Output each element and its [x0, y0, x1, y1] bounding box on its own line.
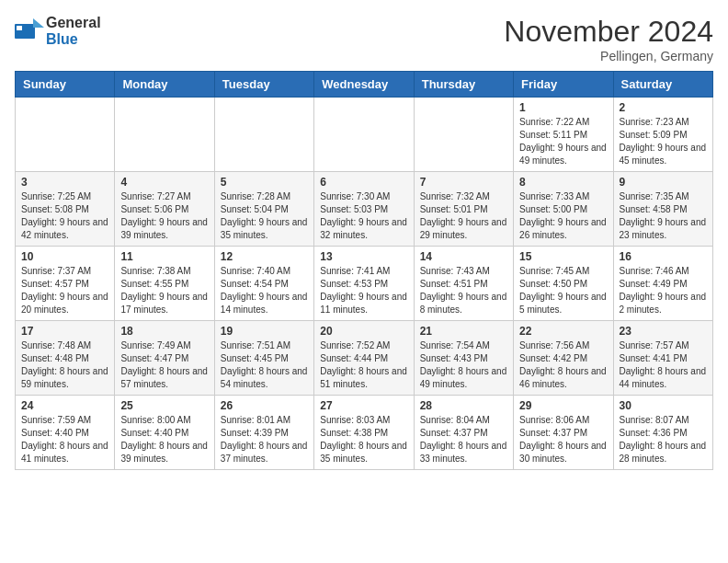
day-cell-13: 13Sunrise: 7:41 AM Sunset: 4:53 PM Dayli… [314, 247, 414, 321]
day-number: 24 [21, 399, 108, 412]
header: General Blue November 2024 Pellingen, Ge… [15, 15, 713, 63]
weekday-header-saturday: Saturday [613, 72, 712, 98]
day-info: Sunrise: 7:30 AM Sunset: 5:03 PM Dayligh… [320, 190, 407, 242]
day-cell-25: 25Sunrise: 8:00 AM Sunset: 4:40 PM Dayli… [115, 396, 214, 470]
week-row-5: 24Sunrise: 7:59 AM Sunset: 4:40 PM Dayli… [16, 396, 713, 470]
day-info: Sunrise: 7:41 AM Sunset: 4:53 PM Dayligh… [320, 265, 407, 316]
weekday-header-monday: Monday [115, 72, 214, 98]
day-number: 16 [620, 250, 707, 263]
weekday-header-tuesday: Tuesday [214, 72, 313, 98]
day-number: 1 [519, 101, 607, 114]
day-cell-24: 24Sunrise: 7:59 AM Sunset: 4:40 PM Dayli… [16, 396, 115, 470]
day-info: Sunrise: 7:48 AM Sunset: 4:48 PM Dayligh… [21, 339, 108, 391]
day-info: Sunrise: 7:56 AM Sunset: 4:42 PM Dayligh… [519, 339, 607, 391]
weekday-header-friday: Friday [514, 72, 613, 98]
day-info: Sunrise: 8:07 AM Sunset: 4:36 PM Dayligh… [620, 414, 707, 465]
day-info: Sunrise: 8:06 AM Sunset: 4:37 PM Dayligh… [519, 414, 607, 465]
day-cell-30: 30Sunrise: 8:07 AM Sunset: 4:36 PM Dayli… [613, 396, 712, 470]
day-cell-27: 27Sunrise: 8:03 AM Sunset: 4:38 PM Dayli… [314, 396, 414, 470]
day-cell-28: 28Sunrise: 8:04 AM Sunset: 4:37 PM Dayli… [414, 396, 513, 470]
day-info: Sunrise: 7:32 AM Sunset: 5:01 PM Dayligh… [420, 190, 507, 242]
day-info: Sunrise: 7:43 AM Sunset: 4:51 PM Dayligh… [420, 265, 507, 316]
day-info: Sunrise: 8:00 AM Sunset: 4:40 PM Dayligh… [120, 414, 208, 465]
day-cell-10: 10Sunrise: 7:37 AM Sunset: 4:57 PM Dayli… [16, 247, 115, 321]
day-cell-19: 19Sunrise: 7:51 AM Sunset: 4:45 PM Dayli… [214, 321, 313, 396]
logo-blue: Blue [46, 31, 101, 48]
day-info: Sunrise: 7:45 AM Sunset: 4:50 PM Dayligh… [519, 265, 607, 316]
weekday-header-thursday: Thursday [414, 72, 513, 98]
empty-cell [115, 98, 214, 172]
day-cell-4: 4Sunrise: 7:27 AM Sunset: 5:06 PM Daylig… [115, 172, 214, 247]
day-number: 8 [519, 176, 607, 189]
day-number: 23 [620, 325, 707, 338]
day-info: Sunrise: 8:04 AM Sunset: 4:37 PM Dayligh… [420, 414, 507, 465]
day-info: Sunrise: 7:38 AM Sunset: 4:55 PM Dayligh… [120, 265, 208, 316]
week-row-4: 17Sunrise: 7:48 AM Sunset: 4:48 PM Dayli… [16, 321, 713, 396]
day-number: 19 [221, 325, 308, 338]
day-cell-8: 8Sunrise: 7:33 AM Sunset: 5:00 PM Daylig… [514, 172, 613, 247]
day-number: 14 [420, 250, 507, 263]
day-info: Sunrise: 7:46 AM Sunset: 4:49 PM Dayligh… [620, 265, 707, 316]
day-cell-9: 9Sunrise: 7:35 AM Sunset: 4:58 PM Daylig… [613, 172, 712, 247]
day-number: 12 [221, 250, 308, 263]
day-info: Sunrise: 7:23 AM Sunset: 5:09 PM Dayligh… [620, 116, 707, 167]
empty-cell [414, 98, 513, 172]
empty-cell [314, 98, 414, 172]
day-cell-1: 1Sunrise: 7:22 AM Sunset: 5:11 PM Daylig… [514, 98, 613, 172]
day-info: Sunrise: 7:54 AM Sunset: 4:43 PM Dayligh… [420, 339, 507, 391]
day-number: 21 [420, 325, 507, 338]
day-number: 7 [420, 176, 507, 189]
day-number: 28 [420, 399, 507, 412]
week-row-3: 10Sunrise: 7:37 AM Sunset: 4:57 PM Dayli… [16, 247, 713, 321]
day-number: 10 [21, 250, 108, 263]
day-cell-18: 18Sunrise: 7:49 AM Sunset: 4:47 PM Dayli… [115, 321, 214, 396]
logo-general: General [46, 15, 101, 31]
day-info: Sunrise: 7:27 AM Sunset: 5:06 PM Dayligh… [120, 190, 208, 242]
day-info: Sunrise: 7:59 AM Sunset: 4:40 PM Dayligh… [21, 414, 108, 465]
svg-rect-2 [17, 26, 22, 30]
day-number: 26 [221, 399, 308, 412]
day-cell-21: 21Sunrise: 7:54 AM Sunset: 4:43 PM Dayli… [414, 321, 513, 396]
day-cell-6: 6Sunrise: 7:30 AM Sunset: 5:03 PM Daylig… [314, 172, 414, 247]
day-info: Sunrise: 7:57 AM Sunset: 4:41 PM Dayligh… [620, 339, 707, 391]
day-number: 25 [120, 399, 208, 412]
day-cell-16: 16Sunrise: 7:46 AM Sunset: 4:49 PM Dayli… [613, 247, 712, 321]
day-info: Sunrise: 7:25 AM Sunset: 5:08 PM Dayligh… [21, 190, 108, 242]
day-info: Sunrise: 7:51 AM Sunset: 4:45 PM Dayligh… [221, 339, 308, 391]
day-cell-3: 3Sunrise: 7:25 AM Sunset: 5:08 PM Daylig… [16, 172, 115, 247]
day-number: 2 [620, 101, 707, 114]
day-cell-15: 15Sunrise: 7:45 AM Sunset: 4:50 PM Dayli… [514, 247, 613, 321]
day-info: Sunrise: 7:35 AM Sunset: 4:58 PM Dayligh… [620, 190, 707, 242]
day-number: 3 [21, 176, 108, 189]
day-cell-14: 14Sunrise: 7:43 AM Sunset: 4:51 PM Dayli… [414, 247, 513, 321]
empty-cell [16, 98, 115, 172]
day-cell-2: 2Sunrise: 7:23 AM Sunset: 5:09 PM Daylig… [613, 98, 712, 172]
day-number: 4 [120, 176, 208, 189]
calendar: SundayMondayTuesdayWednesdayThursdayFrid… [15, 71, 713, 470]
day-cell-20: 20Sunrise: 7:52 AM Sunset: 4:44 PM Dayli… [314, 321, 414, 396]
week-row-2: 3Sunrise: 7:25 AM Sunset: 5:08 PM Daylig… [16, 172, 713, 247]
svg-marker-1 [33, 18, 44, 28]
title-area: November 2024 Pellingen, Germany [504, 15, 713, 63]
day-cell-11: 11Sunrise: 7:38 AM Sunset: 4:55 PM Dayli… [115, 247, 214, 321]
day-number: 18 [120, 325, 208, 338]
month-title: November 2024 [504, 15, 713, 49]
day-info: Sunrise: 7:22 AM Sunset: 5:11 PM Dayligh… [519, 116, 607, 167]
day-info: Sunrise: 7:40 AM Sunset: 4:54 PM Dayligh… [221, 265, 308, 316]
day-number: 6 [320, 176, 407, 189]
day-number: 17 [21, 325, 108, 338]
day-number: 13 [320, 250, 407, 263]
day-info: Sunrise: 7:33 AM Sunset: 5:00 PM Dayligh… [519, 190, 607, 242]
day-info: Sunrise: 7:37 AM Sunset: 4:57 PM Dayligh… [21, 265, 108, 316]
day-cell-12: 12Sunrise: 7:40 AM Sunset: 4:54 PM Dayli… [214, 247, 313, 321]
day-number: 5 [221, 176, 308, 189]
day-cell-26: 26Sunrise: 8:01 AM Sunset: 4:39 PM Dayli… [214, 396, 313, 470]
empty-cell [214, 98, 313, 172]
day-info: Sunrise: 7:49 AM Sunset: 4:47 PM Dayligh… [120, 339, 208, 391]
day-number: 22 [519, 325, 607, 338]
day-number: 15 [519, 250, 607, 263]
day-cell-7: 7Sunrise: 7:32 AM Sunset: 5:01 PM Daylig… [414, 172, 513, 247]
day-info: Sunrise: 8:03 AM Sunset: 4:38 PM Dayligh… [320, 414, 407, 465]
day-number: 20 [320, 325, 407, 338]
weekday-header-sunday: Sunday [16, 72, 115, 98]
